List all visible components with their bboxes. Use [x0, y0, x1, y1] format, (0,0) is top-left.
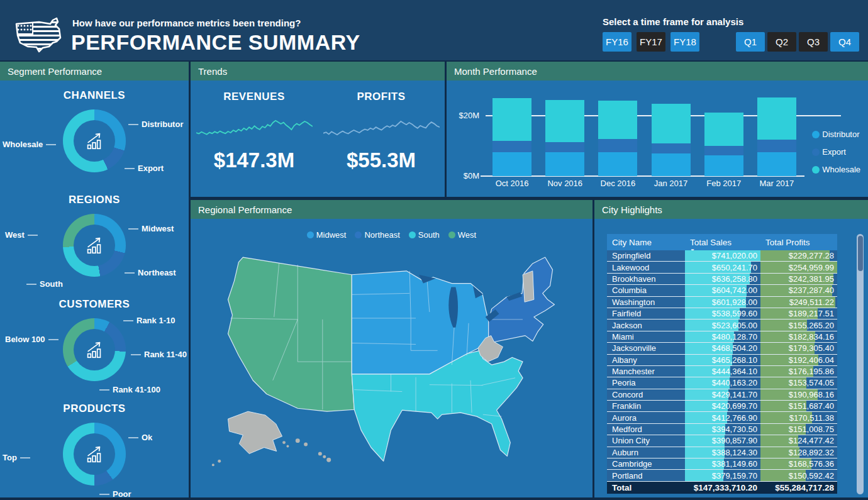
- map-legend-item-midwest[interactable]: Midwest: [307, 230, 347, 240]
- table-row[interactable]: Portland$379,159.70$150,592.42: [607, 470, 837, 481]
- donut-label-rank-41-100: Rank 41-100: [99, 385, 160, 394]
- bar-segment-wholesale[interactable]: [598, 101, 637, 139]
- map-region-west[interactable]: [228, 257, 355, 411]
- stacked-bar-jan-2017[interactable]: [652, 104, 691, 176]
- bar-segment-distributor[interactable]: [545, 152, 584, 176]
- table-row[interactable]: Manchester$444,364.10$176,195.86: [607, 366, 837, 377]
- donut-hole: [74, 225, 115, 266]
- table-row[interactable]: Medford$394,730.50$151,008.75: [607, 424, 837, 435]
- column-header-city[interactable]: City Name: [607, 238, 685, 247]
- bar-segment-export[interactable]: [704, 146, 743, 155]
- table-row[interactable]: Peoria$440,163.20$153,574.05: [607, 377, 837, 389]
- dashboard-header: How have our performance metrics been tr…: [0, 0, 868, 60]
- table-row[interactable]: Auburn$388,124.30$128,892.32: [607, 447, 837, 458]
- table-row[interactable]: Washington$601,928.00$249,511.22: [607, 297, 837, 308]
- bar-segment-wholesale[interactable]: [704, 113, 743, 146]
- city-cell: Miami: [607, 331, 685, 342]
- table-row[interactable]: Lakewood$650,241.70$254,959.99: [607, 262, 837, 273]
- page-title: PERFORMANCE SUMMARY: [71, 30, 360, 55]
- bar-segment-export[interactable]: [757, 140, 796, 152]
- bar-segment-export[interactable]: [598, 139, 637, 153]
- donut-label-rank-1-10: Rank 1-10: [123, 316, 175, 325]
- legend-item-export[interactable]: Export: [812, 147, 860, 157]
- profits-cell: $168,576.36: [760, 458, 837, 469]
- stacked-bar-feb-2017[interactable]: [704, 113, 743, 176]
- table-row[interactable]: Cambridge$381,149.60$168,576.36: [607, 458, 837, 470]
- profits-cell: $190,968.16: [760, 389, 837, 400]
- legend-dot: [307, 231, 314, 238]
- donut-label-south: South: [26, 279, 63, 289]
- sales-cell: $601,928.00: [685, 297, 760, 308]
- sparkline-profits: [323, 112, 440, 142]
- year-button-fy18[interactable]: FY18: [670, 32, 699, 52]
- quarter-button-q1[interactable]: Q1: [736, 32, 765, 52]
- city-cell: Peoria: [607, 377, 685, 388]
- map-legend-item-northeast[interactable]: Northeast: [355, 230, 399, 240]
- quarter-button-group: Q1Q2Q3Q4: [736, 32, 862, 52]
- bar-segment-wholesale[interactable]: [492, 98, 531, 140]
- profits-cell: $124,477.42: [760, 435, 837, 446]
- sales-cell: $420,699.70: [685, 401, 760, 411]
- timeframe-label: Select a time frame for analysis: [603, 16, 862, 27]
- table-row[interactable]: Concord$429,141.70$190,968.16: [607, 389, 837, 401]
- bar-segment-export[interactable]: [545, 142, 584, 152]
- table-scrollbar[interactable]: [857, 234, 864, 494]
- legend-item-wholesale[interactable]: Wholesale: [812, 165, 860, 174]
- bar-segment-wholesale[interactable]: [652, 104, 691, 143]
- bar-segment-distributor[interactable]: [757, 152, 796, 176]
- sales-cell: $468,504.20: [685, 343, 760, 353]
- stacked-bar-oct-2016[interactable]: [492, 98, 531, 176]
- city-cell: Washington: [607, 297, 685, 308]
- stacked-bar-nov-2016[interactable]: [545, 100, 584, 176]
- table-row[interactable]: Springfield$741,020.00$229,277.28: [607, 250, 837, 262]
- year-button-fy16[interactable]: FY16: [603, 32, 632, 52]
- table-row[interactable]: Aurora$412,766.90$170,511.38: [607, 412, 837, 423]
- table-row[interactable]: Franklin$420,699.70$151,687.40: [607, 401, 837, 412]
- profits-cell: $182,834.16: [760, 331, 837, 342]
- year-button-fy17[interactable]: FY17: [637, 32, 665, 52]
- metric-profits: PROFITS$55.3M: [318, 81, 445, 197]
- table-row[interactable]: Union City$390,857.90$124,477.42: [607, 435, 837, 447]
- table-row[interactable]: Jacksonville$468,504.20$179,305.40: [607, 343, 837, 354]
- map-region-northeast[interactable]: [489, 257, 555, 343]
- bar-segment-export[interactable]: [652, 143, 691, 153]
- stacked-bar-dec-2016[interactable]: [598, 101, 637, 176]
- table-row[interactable]: Brookhaven$636,258.80$242,381.95: [607, 274, 837, 285]
- table-header-row: City Name Total Sales ▼ Total Profits: [607, 234, 837, 250]
- profits-cell: $128,892.32: [760, 447, 837, 458]
- quarter-button-q4[interactable]: Q4: [830, 32, 859, 52]
- donut-chart-stack: CHANNELSDistributorExportWholesaleREGION…: [0, 81, 189, 498]
- sales-cell: $650,241.70: [685, 262, 760, 272]
- quarter-button-q2[interactable]: Q2: [767, 32, 796, 52]
- bar-segment-wholesale[interactable]: [545, 100, 584, 142]
- table-row[interactable]: Fairfield$538,599.60$189,217.51: [607, 308, 837, 319]
- sales-cell: $388,124.30: [685, 447, 760, 458]
- map-legend-item-west[interactable]: West: [448, 230, 476, 240]
- table-row[interactable]: Albany$465,268.10$192,406.04: [607, 355, 837, 366]
- donut-hole: [74, 329, 115, 370]
- legend-item-distributor[interactable]: Distributor: [812, 130, 860, 139]
- column-header-sales[interactable]: Total Sales ▼: [685, 238, 760, 247]
- bar-segment-distributor[interactable]: [492, 152, 531, 176]
- column-header-profits[interactable]: Total Profits: [760, 238, 837, 247]
- map-legend-item-south[interactable]: South: [409, 230, 440, 240]
- scrollbar-thumb[interactable]: [858, 236, 863, 271]
- donut-section-customers: CUSTOMERSRank 1-10Rank 11-40Rank 41-100B…: [0, 289, 189, 394]
- bar-segment-distributor[interactable]: [598, 152, 637, 176]
- donut-title: REGIONS: [0, 185, 189, 206]
- donut-section-channels: CHANNELSDistributorExportWholesale: [0, 81, 189, 185]
- x-tick-label: Oct 2016: [486, 179, 538, 188]
- bar-segment-export[interactable]: [492, 141, 531, 153]
- table-row[interactable]: Columbia$604,742.00$237,287.40: [607, 285, 837, 296]
- bar-segment-wholesale[interactable]: [757, 97, 796, 140]
- legend-dot: [812, 131, 820, 138]
- quarter-button-q3[interactable]: Q3: [799, 32, 828, 52]
- city-cell: Cambridge: [607, 458, 685, 469]
- stacked-bar-mar-2017[interactable]: [757, 97, 796, 176]
- bar-segment-distributor[interactable]: [704, 155, 743, 176]
- bar-segment-distributor[interactable]: [652, 153, 691, 176]
- profits-cell: $242,381.95: [760, 274, 837, 284]
- table-row[interactable]: Miami$480,128.70$182,834.16: [607, 331, 837, 343]
- profits-cell: $249,511.22: [760, 297, 837, 308]
- table-row[interactable]: Jackson$523,605.00$155,265.20: [607, 319, 837, 331]
